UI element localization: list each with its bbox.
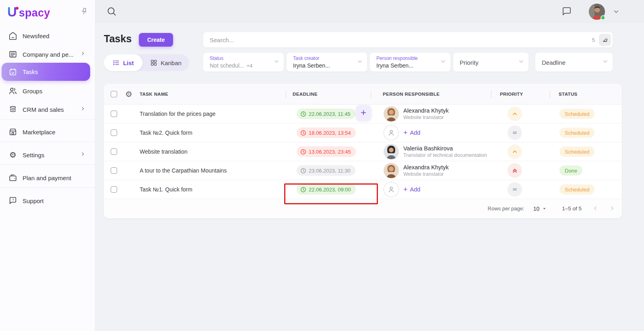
tab-kanban-view[interactable]: Kanban xyxy=(142,54,189,71)
priority-urgent-icon[interactable] xyxy=(508,163,522,178)
brand-logo-name: spacy xyxy=(19,7,50,19)
column-settings-gear-icon[interactable]: ⚙ xyxy=(124,90,133,99)
search-icon xyxy=(106,6,117,16)
tab-list-view[interactable]: List xyxy=(104,54,142,71)
tab-list-label: List xyxy=(123,60,134,66)
filter-status[interactable]: Status Not schedul...+4 xyxy=(203,53,284,72)
column-header-task-name[interactable]: TASK NAME xyxy=(140,92,168,97)
deadline-pill[interactable]: 22.06.2023, 11:45 xyxy=(297,109,355,119)
column-header-person-responsible[interactable]: PERSON RESPONSIBLE xyxy=(383,92,440,97)
caret-down-icon xyxy=(542,206,547,212)
deadline-pill[interactable]: 13.06.2023, 23:45 xyxy=(297,146,356,157)
sidebar-item-label: Support xyxy=(23,197,44,204)
sidebar-item-label: Groups xyxy=(23,88,42,95)
create-task-button[interactable]: Create xyxy=(139,33,173,47)
status-badge[interactable]: Scheduled xyxy=(559,185,594,195)
task-search-input[interactable] xyxy=(203,37,592,43)
priority-high-icon[interactable] xyxy=(508,107,522,121)
add-person-button[interactable]: +Add xyxy=(403,129,420,136)
filter-deadline[interactable]: Deadline xyxy=(535,53,613,72)
person-avatar[interactable] xyxy=(384,163,399,178)
sidebar-item-label: Tasks xyxy=(23,68,38,75)
task-name[interactable]: Task №2. Quick form xyxy=(140,130,192,136)
chevron-down-icon xyxy=(613,8,620,15)
sidebar-divider xyxy=(0,119,95,119)
sidebar-item-plan-and-payment[interactable]: Plan and payment xyxy=(0,169,95,187)
column-header-status[interactable]: STATUS xyxy=(559,92,578,97)
table-footer: Rows per page: 10 1–5 of 5 xyxy=(104,199,622,218)
status-badge[interactable]: Scheduled xyxy=(559,147,594,157)
row-checkbox[interactable] xyxy=(111,148,117,155)
priority-normal-icon[interactable] xyxy=(508,125,522,140)
brand-logo[interactable]: U spacy xyxy=(7,5,50,19)
column-header-deadline[interactable]: DEADLINE xyxy=(293,92,318,97)
status-badge[interactable]: Scheduled xyxy=(559,109,594,119)
sidebar-item-tasks[interactable]: Tasks xyxy=(2,63,90,81)
user-avatar[interactable] xyxy=(589,4,605,20)
sidebar-item-groups[interactable]: Groups xyxy=(0,82,95,100)
task-name[interactable]: Translation for the prices page xyxy=(140,111,216,117)
sidebar-item-newsfeed[interactable]: Newsfeed xyxy=(0,27,95,45)
filter-label: Status xyxy=(210,56,223,61)
deadline-pill[interactable]: 23.06.2023, 11:30 xyxy=(297,165,355,176)
brand-logo-mark: U xyxy=(7,5,17,19)
account-menu-button[interactable] xyxy=(612,8,620,16)
task-search-box: 5 xyxy=(203,32,613,47)
person-placeholder-icon[interactable] xyxy=(384,125,399,140)
clock-icon xyxy=(300,187,306,193)
deadline-pill[interactable]: 22.06.2023, 09:00 xyxy=(297,184,356,195)
clear-filters-button[interactable] xyxy=(599,34,611,46)
chevron-down-icon xyxy=(440,58,446,66)
person-placeholder-icon[interactable] xyxy=(384,182,399,197)
deadline-pill[interactable]: 18.06.2023, 13:54 xyxy=(297,127,356,138)
online-status-dot xyxy=(601,15,605,20)
priority-high-icon[interactable] xyxy=(508,144,522,159)
sidebar-divider xyxy=(0,142,95,142)
chevron-right-icon xyxy=(609,205,615,212)
person-name[interactable]: Alexandra Khytyk xyxy=(403,164,449,171)
priority-normal-icon[interactable] xyxy=(508,182,522,197)
column-separator xyxy=(550,90,550,98)
select-all-checkbox[interactable] xyxy=(111,91,117,97)
person-avatar[interactable] xyxy=(384,144,399,159)
sidebar-item-company-and-people[interactable]: Company and pe... xyxy=(0,45,95,64)
chevron-right-icon xyxy=(80,106,86,113)
person-name[interactable]: Valeriia Bashkirova xyxy=(403,145,487,152)
clock-icon xyxy=(300,111,306,117)
filter-task-creator[interactable]: Task creator Iryna Serben... xyxy=(287,53,367,72)
sidebar-item-marketplace[interactable]: Marketplace xyxy=(0,123,95,141)
quick-add-button[interactable]: + xyxy=(356,105,371,120)
person-avatar[interactable] xyxy=(384,106,399,121)
task-name[interactable]: Task №1. Quick form xyxy=(140,186,192,193)
home-icon xyxy=(8,31,18,41)
column-header-priority[interactable]: PRIORITY xyxy=(500,92,523,97)
row-checkbox[interactable] xyxy=(111,186,117,193)
sidebar-item-settings[interactable]: ⚙ Settings xyxy=(0,146,95,164)
previous-page-button[interactable] xyxy=(592,205,599,213)
chat-button[interactable] xyxy=(561,6,572,17)
task-name[interactable]: A tour to the Carpathian Mountains xyxy=(140,167,227,174)
plus-icon: + xyxy=(403,186,408,193)
gear-icon: ⚙ xyxy=(8,150,18,160)
add-person-button[interactable]: +Add xyxy=(403,186,420,193)
row-checkbox[interactable] xyxy=(111,130,117,136)
sidebar-item-crm-and-sales[interactable]: CRM and sales xyxy=(0,100,95,119)
filter-person-responsible[interactable]: Person responsible Iryna Serben... xyxy=(370,53,450,72)
row-checkbox[interactable] xyxy=(111,167,117,174)
next-page-button[interactable] xyxy=(609,205,615,213)
status-badge[interactable]: Scheduled xyxy=(559,128,594,138)
rows-per-page-select[interactable]: 10 xyxy=(533,206,547,212)
person-name[interactable]: Alexandra Khytyk xyxy=(403,107,449,114)
sidebar-item-support[interactable]: ? Support xyxy=(0,191,95,210)
filter-label: Deadline xyxy=(542,59,566,66)
task-name[interactable]: Website translation xyxy=(140,148,188,155)
global-search-button[interactable] xyxy=(106,6,117,17)
row-checkbox[interactable] xyxy=(111,111,117,117)
clock-icon xyxy=(300,130,306,136)
filter-value: Iryna Serben... xyxy=(293,62,330,69)
sidebar-item-label: Plan and payment xyxy=(23,175,71,181)
pin-sidebar-button[interactable] xyxy=(78,6,90,17)
status-badge[interactable]: Done xyxy=(559,166,582,176)
filter-priority[interactable]: Priority xyxy=(453,53,528,72)
clock-icon xyxy=(300,149,306,155)
